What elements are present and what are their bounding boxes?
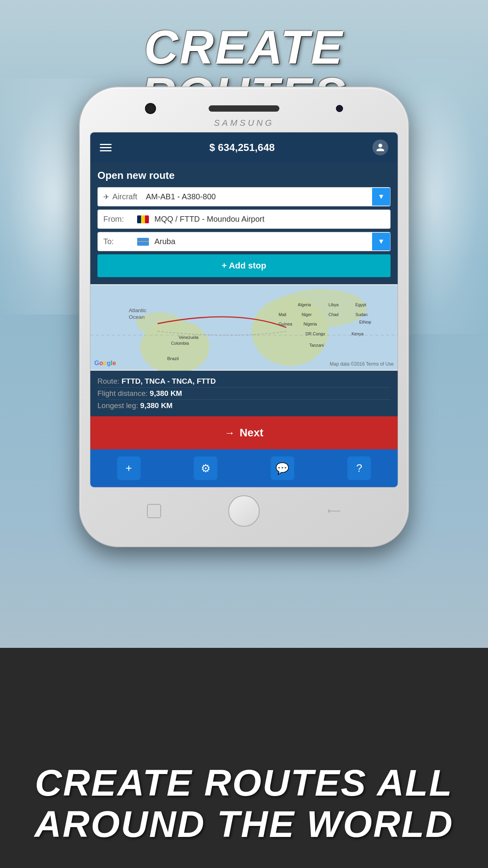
bottom-hero-title: CREATE ROUTES ALL AROUND THE WORLD bbox=[0, 762, 488, 844]
home-button[interactable] bbox=[228, 495, 260, 527]
profile-icon bbox=[376, 143, 385, 152]
settings-icon: ⚙ bbox=[201, 462, 211, 475]
plane-icon: ✈ bbox=[103, 193, 109, 201]
svg-text:Ocean: Ocean bbox=[129, 314, 145, 320]
svg-text:Kenya: Kenya bbox=[352, 331, 364, 336]
to-flag bbox=[137, 238, 149, 246]
add-icon: + bbox=[126, 462, 132, 474]
from-flag bbox=[137, 215, 149, 223]
brand-label: SAMSUNG bbox=[90, 116, 398, 132]
to-dropdown-arrow[interactable]: ▼ bbox=[372, 233, 390, 250]
google-e: e bbox=[112, 360, 116, 366]
from-row[interactable]: From: MQQ / FTTD - Moundou Airport bbox=[97, 210, 391, 229]
aircraft-label: ✈ Aircraft bbox=[98, 188, 143, 206]
back-button[interactable]: ⟵ bbox=[327, 504, 341, 518]
google-o2: o bbox=[103, 360, 107, 366]
svg-text:Egypt: Egypt bbox=[355, 302, 366, 307]
next-button-label: Next bbox=[240, 427, 264, 439]
svg-text:DR Congo: DR Congo bbox=[305, 331, 325, 336]
svg-text:Nigeria: Nigeria bbox=[304, 322, 317, 326]
longest-leg-value: 9,380 KM bbox=[140, 401, 172, 410]
to-label: To: bbox=[98, 232, 137, 251]
profile-button[interactable] bbox=[372, 140, 388, 155]
from-value: MQQ / FTTD - Moundou Airport bbox=[151, 210, 390, 228]
route-info-route: Route: FTTD, TNCA - TNCA, FTTD bbox=[97, 375, 391, 388]
svg-text:Mali: Mali bbox=[279, 312, 286, 317]
next-button[interactable]: → Next bbox=[90, 416, 398, 449]
route-info-distance: Flight distance: 9,380 KM bbox=[97, 388, 391, 400]
longest-leg-label: Longest leg: bbox=[97, 401, 138, 410]
menu-line2 bbox=[100, 147, 112, 148]
title-line1: CREATE bbox=[0, 24, 488, 71]
svg-text:Tanzani: Tanzani bbox=[309, 343, 324, 348]
add-stop-button[interactable]: + Add stop bbox=[97, 254, 391, 277]
aircraft-label-text: Aircraft bbox=[112, 192, 137, 201]
nav-settings-button[interactable]: ⚙ bbox=[194, 456, 217, 480]
proximity-sensor bbox=[336, 105, 343, 112]
bottom-title-line2: AROUND THE WORLD bbox=[16, 804, 472, 845]
svg-text:Atlantic: Atlantic bbox=[129, 307, 147, 313]
bottom-title-line1: CREATE ROUTES ALL bbox=[16, 762, 472, 804]
svg-text:Guinea: Guinea bbox=[279, 322, 292, 326]
google-g2: g bbox=[107, 360, 111, 366]
svg-text:Algeria: Algeria bbox=[298, 302, 311, 307]
svg-text:Colombia: Colombia bbox=[171, 341, 189, 346]
google-g1: G bbox=[94, 360, 99, 366]
nav-add-button[interactable]: + bbox=[117, 456, 141, 480]
svg-text:Sudan: Sudan bbox=[355, 312, 367, 317]
phone-screen: $ 634,251,648 Open new route ✈ Aircraft … bbox=[90, 132, 398, 487]
svg-text:Libya: Libya bbox=[328, 302, 339, 307]
menu-button[interactable] bbox=[100, 144, 112, 151]
to-label-text: To: bbox=[103, 237, 114, 246]
flight-distance-label: Flight distance: bbox=[97, 389, 148, 397]
to-row[interactable]: To: Aruba ▼ bbox=[97, 232, 391, 251]
phone-top-hardware bbox=[90, 99, 398, 116]
route-label: Route: bbox=[97, 377, 119, 385]
phone-hardware-bottom: ⟵ bbox=[90, 487, 398, 535]
form-title: Open new route bbox=[97, 169, 391, 182]
route-info-longest: Longest leg: 9,380 KM bbox=[97, 400, 391, 412]
route-value: FTTD, TNCA - TNCA, FTTD bbox=[121, 377, 216, 385]
nav-help-button[interactable]: ? bbox=[347, 456, 371, 480]
svg-text:Venezuela: Venezuela bbox=[179, 335, 198, 340]
map-section: Atlantic Ocean Algeria Libya Egypt Mali … bbox=[90, 284, 398, 371]
help-icon: ? bbox=[356, 462, 362, 474]
next-arrow-icon: → bbox=[225, 427, 235, 439]
google-o1: o bbox=[99, 360, 103, 366]
aircraft-value: AM-AB1 - A380-800 bbox=[143, 188, 372, 206]
from-label-text: From: bbox=[103, 215, 124, 224]
chat-icon: 💬 bbox=[275, 462, 289, 475]
map-svg: Atlantic Ocean Algeria Libya Egypt Mali … bbox=[90, 284, 398, 371]
flight-distance-value: 9,380 KM bbox=[150, 389, 182, 397]
svg-text:Ethiop: Ethiop bbox=[359, 320, 371, 324]
google-logo: Google bbox=[94, 360, 116, 367]
recent-apps-button[interactable] bbox=[147, 504, 161, 518]
phone-device: SAMSUNG $ 634,251,648 Open new r bbox=[79, 86, 409, 547]
aircraft-row[interactable]: ✈ Aircraft AM-AB1 - A380-800 ▼ bbox=[97, 187, 391, 206]
bottom-navigation: + ⚙ 💬 ? bbox=[90, 449, 398, 487]
svg-text:Brazil: Brazil bbox=[167, 356, 179, 361]
svg-text:Niger: Niger bbox=[302, 312, 312, 317]
menu-line1 bbox=[100, 144, 112, 145]
aircraft-dropdown-arrow[interactable]: ▼ bbox=[372, 188, 390, 206]
route-info-section: Route: FTTD, TNCA - TNCA, FTTD Flight di… bbox=[90, 371, 398, 416]
phone-outer-shell: SAMSUNG $ 634,251,648 Open new r bbox=[79, 86, 409, 547]
form-section: Open new route ✈ Aircraft AM-AB1 - A380-… bbox=[90, 162, 398, 284]
from-label: From: bbox=[98, 210, 137, 228]
to-value: Aruba bbox=[151, 232, 372, 251]
nav-chat-button[interactable]: 💬 bbox=[271, 456, 294, 480]
svg-text:Chad: Chad bbox=[328, 312, 339, 317]
menu-line3 bbox=[100, 150, 112, 151]
map-data-credit: Map data ©2016 Terms of Use bbox=[330, 361, 394, 367]
balance-display: $ 634,251,648 bbox=[209, 142, 275, 154]
front-camera bbox=[145, 103, 156, 114]
app-header: $ 634,251,648 bbox=[90, 132, 398, 162]
phone-speaker bbox=[209, 105, 279, 112]
